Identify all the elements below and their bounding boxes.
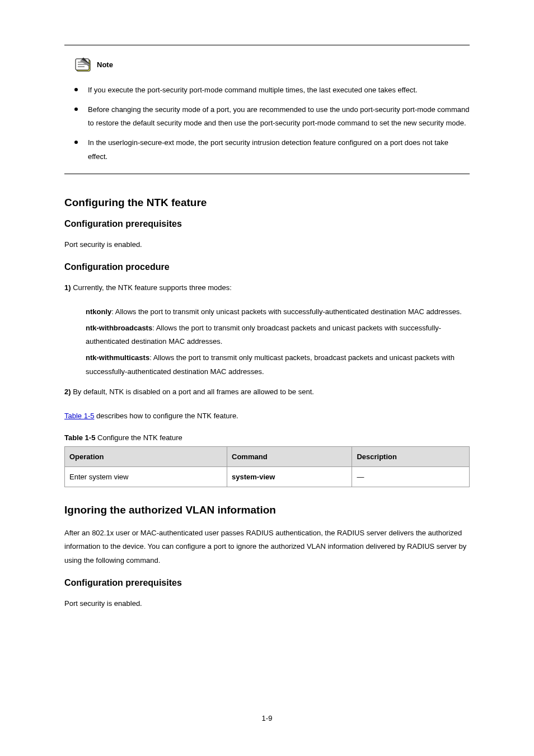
table-row: Enter system view system-view — bbox=[65, 466, 470, 487]
paragraph-prerequisites-2: Port security is enabled. bbox=[64, 597, 470, 611]
subsection-heading-prerequisites: Configuration prerequisites bbox=[64, 219, 470, 229]
mode-label: ntk-withbroadcasts bbox=[86, 324, 152, 332]
table-header-operation: Operation bbox=[65, 446, 227, 466]
mode-label: ntkonly bbox=[86, 307, 111, 316]
paragraph-numbered-2: 2) By default, NTK is disabled on a port… bbox=[64, 385, 470, 399]
table-cell-description: — bbox=[352, 466, 470, 487]
mode-label: ntk-withmulticasts bbox=[86, 353, 149, 362]
table-caption: Table 1-5 Configure the NTK feature bbox=[64, 433, 470, 442]
paragraph-numbered-1: 1) Currently, the NTK feature supports t… bbox=[64, 281, 470, 295]
list-item: ntk-withmulticasts: Allows the port to t… bbox=[86, 351, 470, 379]
subsection-heading-prerequisites-2: Configuration prerequisites bbox=[64, 578, 470, 588]
horizontal-rule-top bbox=[64, 45, 470, 45]
subsection-heading-procedure: Configuration procedure bbox=[64, 262, 470, 272]
note-bullet-list: If you execute the port-security port-mo… bbox=[73, 83, 470, 164]
note-label: Note bbox=[97, 60, 113, 69]
table-ref: Table 1-5 bbox=[64, 412, 94, 420]
section-heading-ignore: Ignoring the authorized VLAN information bbox=[64, 504, 470, 516]
mode-desc: : Allows the port to transmit only unica… bbox=[111, 307, 462, 316]
table-caption-prefix: Table 1-5 bbox=[64, 433, 97, 442]
table-cell-operation: Enter system view bbox=[65, 466, 227, 487]
note-icon bbox=[73, 57, 93, 72]
list-item: If you execute the port-security port-mo… bbox=[73, 83, 470, 97]
table-header-description: Description bbox=[352, 446, 470, 466]
config-table: Operation Command Description Enter syst… bbox=[64, 446, 470, 487]
list-item: ntkonly: Allows the port to transmit onl… bbox=[86, 305, 470, 319]
note-header: Note bbox=[73, 57, 470, 72]
list-item: Before changing the security mode of a p… bbox=[73, 103, 470, 130]
command-text: system-view bbox=[232, 473, 275, 481]
paragraph-table-intro: Table 1-5 describes how to configure the… bbox=[64, 409, 470, 423]
bullet-text: Before changing the security mode of a p… bbox=[88, 105, 469, 128]
bullet-text: In the userlogin-secure-ext mode, the po… bbox=[88, 138, 448, 161]
table-caption-rest: Configure the NTK feature bbox=[97, 433, 182, 442]
list-item: In the userlogin-secure-ext mode, the po… bbox=[73, 136, 470, 164]
page-number: 1-9 bbox=[0, 714, 534, 722]
table-cell-command: system-view bbox=[227, 466, 352, 487]
numbered-label: 2) bbox=[64, 388, 71, 396]
horizontal-rule-bottom bbox=[64, 174, 470, 174]
list-item: ntk-withbroadcasts: Allows the port to t… bbox=[86, 321, 470, 349]
bullet-text: If you execute the port-security port-mo… bbox=[88, 86, 418, 94]
table-intro-rest: describes how to configure the NTK featu… bbox=[94, 412, 238, 420]
paragraph-prerequisites: Port security is enabled. bbox=[64, 238, 470, 252]
table-header-row: Operation Command Description bbox=[65, 446, 470, 466]
ntk-modes-list: ntkonly: Allows the port to transmit onl… bbox=[86, 305, 470, 379]
paragraph-ignore: After an 802.1x user or MAC-authenticate… bbox=[64, 526, 470, 568]
numbered-label: 1) bbox=[64, 283, 71, 292]
numbered-text: Currently, the NTK feature supports thre… bbox=[73, 283, 232, 292]
numbered-text: By default, NTK is disabled on a port an… bbox=[73, 388, 314, 396]
table-header-command: Command bbox=[227, 446, 352, 466]
section-heading-ntk: Configuring the NTK feature bbox=[64, 197, 470, 209]
